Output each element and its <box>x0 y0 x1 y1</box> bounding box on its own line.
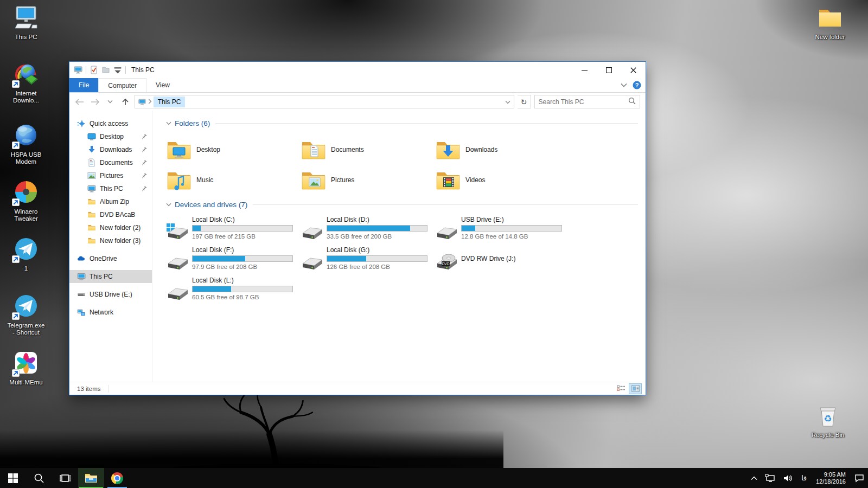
drive-tile-dvd-rw-drive-j[interactable]: DVDDVD RW Drive (J:) <box>435 245 570 275</box>
tab-file[interactable]: File <box>69 78 98 92</box>
sidebar-item-new-folder-3-[interactable]: New folder (3) <box>69 234 152 247</box>
sidebar-item-downloads[interactable]: Downloads <box>69 143 152 156</box>
folder-tile-music[interactable]: Music <box>166 165 301 195</box>
desktop-icon-new-folder[interactable]: New folder <box>804 4 856 41</box>
divider <box>108 385 108 393</box>
pin-icon <box>141 186 147 192</box>
search-input[interactable] <box>539 98 628 106</box>
breadcrumb-this-pc[interactable]: This PC <box>154 97 186 107</box>
sidebar-item-desktop[interactable]: Desktop <box>69 130 152 143</box>
drive-tile-local-disk-l[interactable]: Local Disk (L:)60.5 GB free of 98.7 GB <box>166 275 301 306</box>
drive-tile-local-disk-f[interactable]: Local Disk (F:)97.9 GB free of 208 GB <box>166 245 301 275</box>
items-count: 13 items <box>77 386 100 392</box>
desktop-icon-label: HSPA USB Modem <box>0 151 52 165</box>
sidebar-item-label: New folder (2) <box>100 224 141 232</box>
forward-button[interactable] <box>89 96 101 108</box>
address-bar[interactable]: This PC <box>135 95 514 108</box>
desktop-icon-telegram-1[interactable]: 1 <box>0 236 52 272</box>
drive-tile-usb-drive-e[interactable]: USB Drive (E:)12.8 GB free of 14.8 GB <box>435 215 570 245</box>
sidebar-item-new-folder-2-[interactable]: New folder (2) <box>69 221 152 234</box>
folder-tile-videos[interactable]: Videos <box>435 165 570 195</box>
action-center-button[interactable] <box>851 468 868 488</box>
tile-downloads-icon <box>435 139 461 160</box>
shortcut-overlay-icon <box>12 312 20 320</box>
address-dropdown-button[interactable] <box>505 98 510 106</box>
sidebar-item-documents[interactable]: Documents <box>69 156 152 169</box>
sidebar-item-album-zip[interactable]: Album Zip <box>69 195 152 208</box>
title-bar[interactable]: This PC <box>69 62 646 78</box>
language-indicator[interactable]: فا <box>797 474 811 482</box>
group-rule <box>253 204 638 205</box>
maximize-button[interactable] <box>597 62 621 78</box>
search-box[interactable] <box>534 95 640 108</box>
refresh-button[interactable]: ↻ <box>518 95 531 108</box>
tile-pictures-icon <box>301 169 327 191</box>
svg-text:DVD: DVD <box>442 262 450 266</box>
drives-group-header[interactable]: Devices and drives (7) <box>166 198 638 210</box>
group-title: Devices and drives (7) <box>175 201 247 209</box>
desktop-icon-telegram-shortcut[interactable]: Telegram.exe - Shortcut <box>0 293 52 336</box>
sidebar-item-network[interactable]: Network <box>69 306 152 319</box>
volume-tray-icon[interactable] <box>780 468 797 488</box>
large-icons-view-button[interactable] <box>629 384 641 394</box>
properties-button[interactable] <box>90 66 98 74</box>
drive-tile-local-disk-d[interactable]: Local Disk (D:)33.5 GB free of 200 GB <box>301 215 435 245</box>
minimize-button[interactable] <box>572 62 597 78</box>
sidebar-item-quick-access[interactable]: Quick access <box>69 117 152 130</box>
close-button[interactable] <box>621 62 646 78</box>
network-tray-icon[interactable] <box>761 468 780 488</box>
folder-tile-label: Downloads <box>465 146 497 153</box>
new-folder-button[interactable] <box>101 66 110 74</box>
taskbar-search-button[interactable] <box>26 468 52 488</box>
sidebar-item-this-pc[interactable]: This PC <box>69 182 152 195</box>
desktop-icon-internet-download-manager[interactable]: Internet Downlo... <box>0 61 52 104</box>
this-pc-icon <box>74 66 82 74</box>
downloads-icon <box>87 145 96 154</box>
sidebar-item-pictures[interactable]: Pictures <box>69 169 152 182</box>
desktop-icon-this-pc[interactable]: This PC <box>0 4 52 41</box>
winaero-icon <box>13 179 39 205</box>
folder-tile-desktop[interactable]: Desktop <box>166 134 301 165</box>
breadcrumb-chevron-icon[interactable] <box>148 98 152 106</box>
start-button[interactable] <box>0 468 26 488</box>
folder-tile-label: Pictures <box>331 176 354 184</box>
desktop-icon-hspa-usb-modem[interactable]: HSPA USB Modem <box>0 122 52 165</box>
sidebar-item-usb-drive-e-[interactable]: USB Drive (E:) <box>69 288 152 301</box>
back-button[interactable] <box>74 96 86 108</box>
star-icon <box>77 119 86 128</box>
folder-icon <box>87 223 96 232</box>
drive-tile-local-disk-c[interactable]: Local Disk (C:)197 GB free of 215 GB <box>166 215 301 245</box>
folder-tile-downloads[interactable]: Downloads <box>435 134 570 165</box>
customize-quick-access-toolbar-button[interactable] <box>113 66 122 74</box>
tab-computer[interactable]: Computer <box>98 78 146 92</box>
help-button[interactable]: ? <box>633 81 641 89</box>
desktop-icon-winaero-tweaker[interactable]: Winaero Tweaker <box>0 179 52 222</box>
tab-view[interactable]: View <box>146 78 179 92</box>
taskbar-clock[interactable]: 9:05 AM 12/18/2016 <box>811 471 851 485</box>
folder-tile-pictures[interactable]: Pictures <box>301 165 435 195</box>
folder-tile-documents[interactable]: Documents <box>301 134 435 165</box>
sidebar-item-label: DVD BAcaB <box>100 211 135 219</box>
task-view-button[interactable] <box>52 468 78 488</box>
desktop-icon-label: Recycle Bin <box>802 432 854 439</box>
sidebar-item-onedrive[interactable]: OneDrive <box>69 252 152 265</box>
hard-drive-icon <box>166 283 189 301</box>
desktop-icon-multi-memu[interactable]: Multi-MEmu <box>0 350 52 386</box>
expand-ribbon-button[interactable] <box>621 83 627 87</box>
sidebar-item-this-pc[interactable]: This PC <box>69 270 152 283</box>
collapse-group-icon[interactable] <box>166 203 171 207</box>
collapse-group-icon[interactable] <box>166 121 171 125</box>
taskbar-chrome-button[interactable] <box>104 468 130 488</box>
disk-usage-bar <box>327 225 427 232</box>
drive-name: Local Disk (D:) <box>327 216 427 223</box>
folders-group-header[interactable]: Folders (6) <box>166 117 638 129</box>
desktop-icon-recycle-bin[interactable]: ♻ Recycle Bin <box>802 402 854 439</box>
taskbar-file-explorer-button[interactable] <box>78 468 104 488</box>
sidebar-item-dvd-bacab[interactable]: DVD BAcaB <box>69 208 152 221</box>
show-hidden-icons-button[interactable] <box>747 468 761 488</box>
search-icon <box>628 97 636 106</box>
drive-tile-local-disk-g[interactable]: Local Disk (G:)126 GB free of 208 GB <box>301 245 435 275</box>
details-view-button[interactable] <box>615 384 627 394</box>
recent-locations-button[interactable] <box>104 96 116 108</box>
up-button[interactable] <box>119 96 131 108</box>
